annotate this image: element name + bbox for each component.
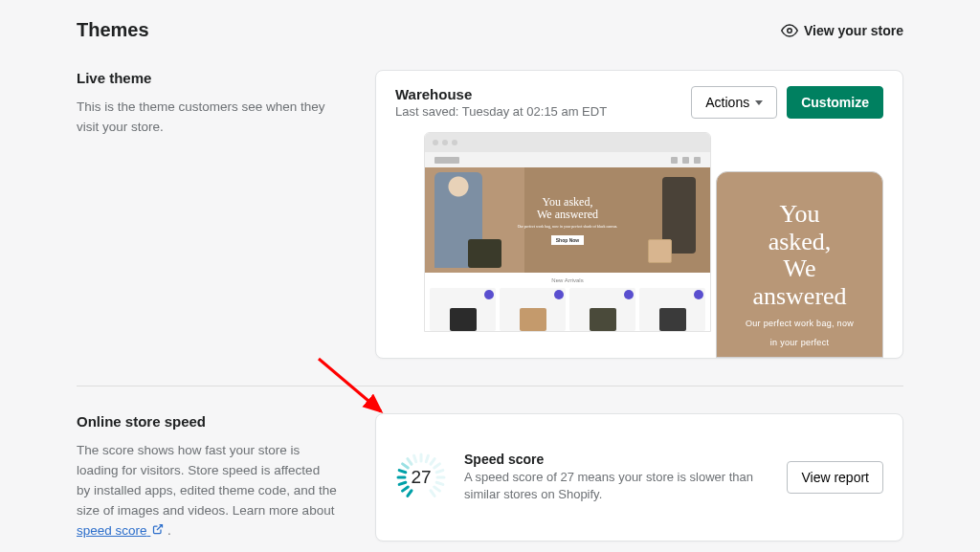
theme-preview: You asked, We answered Our perfect work … (376, 119, 902, 358)
actions-button[interactable]: Actions (691, 86, 777, 119)
svg-point-0 (788, 28, 792, 33)
speed-score-title: Speed score (464, 452, 769, 467)
speed-heading: Online store speed (77, 413, 337, 430)
customize-button[interactable]: Customize (787, 86, 883, 119)
chevron-down-icon (755, 100, 763, 105)
speed-gauge: 27 (395, 452, 447, 503)
view-store-label: View your store (804, 23, 903, 38)
live-theme-description: This is the theme customers see when the… (77, 98, 337, 138)
desktop-preview: You asked, We answered Our perfect work … (424, 132, 711, 332)
live-theme-card: Warehouse Last saved: Tuesday at 02:15 a… (375, 70, 903, 359)
live-theme-heading: Live theme (77, 70, 337, 86)
speed-card: 27 Speed score A speed score of 27 means… (375, 413, 903, 541)
external-link-icon (152, 523, 164, 535)
page-title: Themes (77, 19, 149, 41)
eye-icon (781, 22, 798, 39)
actions-label: Actions (705, 95, 749, 110)
speed-score-value: 27 (395, 452, 447, 503)
mobile-preview: You asked, We answered Our perfect work … (716, 171, 883, 358)
view-report-button[interactable]: View report (787, 461, 883, 494)
speed-score-link[interactable]: speed score (77, 523, 164, 538)
view-store-link[interactable]: View your store (781, 22, 903, 39)
theme-name: Warehouse (395, 86, 607, 102)
speed-score-desc: A speed score of 27 means your store is … (464, 469, 769, 503)
theme-last-saved: Last saved: Tuesday at 02:15 am EDT (395, 104, 607, 119)
speed-description: The score shows how fast your store is l… (77, 441, 337, 541)
